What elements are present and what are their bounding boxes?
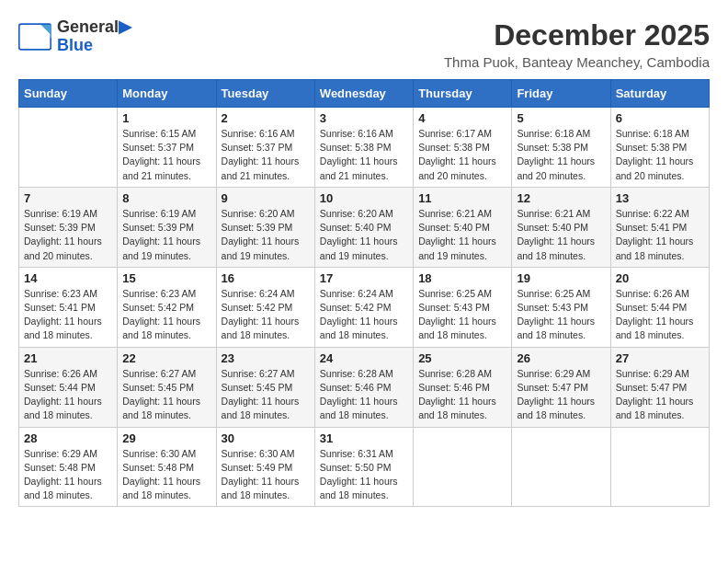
day-info: Sunrise: 6:18 AM Sunset: 5:38 PM Dayligh… xyxy=(616,127,704,183)
calendar-cell xyxy=(414,427,512,507)
day-number: 21 xyxy=(24,351,112,365)
day-info: Sunrise: 6:27 AM Sunset: 5:45 PM Dayligh… xyxy=(122,367,210,423)
day-info: Sunrise: 6:29 AM Sunset: 5:47 PM Dayligh… xyxy=(517,367,605,423)
day-info: Sunrise: 6:25 AM Sunset: 5:43 PM Dayligh… xyxy=(418,287,506,343)
day-info: Sunrise: 6:21 AM Sunset: 5:40 PM Dayligh… xyxy=(418,207,506,263)
title-section: December 2025 Thma Puok, Banteay Meanche… xyxy=(444,18,710,70)
header-thursday: Thursday xyxy=(414,80,512,108)
calendar-cell: 15Sunrise: 6:23 AM Sunset: 5:42 PM Dayli… xyxy=(118,267,216,347)
calendar-cell: 20Sunrise: 6:26 AM Sunset: 5:44 PM Dayli… xyxy=(610,267,709,347)
calendar-cell: 1Sunrise: 6:15 AM Sunset: 5:37 PM Daylig… xyxy=(118,108,216,188)
calendar-header-row: SundayMondayTuesdayWednesdayThursdayFrid… xyxy=(19,80,710,108)
day-number: 22 xyxy=(122,351,210,365)
day-info: Sunrise: 6:15 AM Sunset: 5:37 PM Dayligh… xyxy=(122,127,210,183)
calendar-week-2: 7Sunrise: 6:19 AM Sunset: 5:39 PM Daylig… xyxy=(19,187,710,267)
day-number: 23 xyxy=(222,351,310,365)
calendar-cell: 29Sunrise: 6:30 AM Sunset: 5:48 PM Dayli… xyxy=(118,427,216,507)
calendar-cell: 10Sunrise: 6:20 AM Sunset: 5:40 PM Dayli… xyxy=(314,187,413,267)
main-title: December 2025 xyxy=(444,18,710,52)
day-number: 26 xyxy=(517,351,605,365)
day-info: Sunrise: 6:26 AM Sunset: 5:44 PM Dayligh… xyxy=(616,287,704,343)
day-info: Sunrise: 6:16 AM Sunset: 5:38 PM Dayligh… xyxy=(320,127,408,183)
day-number: 28 xyxy=(24,431,112,445)
day-number: 3 xyxy=(320,111,408,125)
day-info: Sunrise: 6:29 AM Sunset: 5:48 PM Dayligh… xyxy=(24,447,112,503)
calendar-cell: 25Sunrise: 6:28 AM Sunset: 5:46 PM Dayli… xyxy=(414,347,512,427)
day-info: Sunrise: 6:28 AM Sunset: 5:46 PM Dayligh… xyxy=(320,367,408,423)
day-number: 20 xyxy=(616,271,704,285)
calendar-week-3: 14Sunrise: 6:23 AM Sunset: 5:41 PM Dayli… xyxy=(19,267,710,347)
day-info: Sunrise: 6:19 AM Sunset: 5:39 PM Dayligh… xyxy=(122,207,210,263)
calendar-cell: 26Sunrise: 6:29 AM Sunset: 5:47 PM Dayli… xyxy=(512,347,610,427)
calendar: SundayMondayTuesdayWednesdayThursdayFrid… xyxy=(18,79,710,507)
calendar-cell: 27Sunrise: 6:29 AM Sunset: 5:47 PM Dayli… xyxy=(610,347,709,427)
day-info: Sunrise: 6:30 AM Sunset: 5:49 PM Dayligh… xyxy=(222,447,310,503)
header-friday: Friday xyxy=(512,80,610,108)
subtitle: Thma Puok, Banteay Meanchey, Cambodia xyxy=(444,54,710,70)
calendar-cell: 7Sunrise: 6:19 AM Sunset: 5:39 PM Daylig… xyxy=(19,187,118,267)
day-number: 9 xyxy=(222,191,310,205)
day-info: Sunrise: 6:21 AM Sunset: 5:40 PM Dayligh… xyxy=(517,207,605,263)
day-number: 14 xyxy=(24,271,112,285)
calendar-cell: 23Sunrise: 6:27 AM Sunset: 5:45 PM Dayli… xyxy=(216,347,314,427)
calendar-cell: 28Sunrise: 6:29 AM Sunset: 5:48 PM Dayli… xyxy=(19,427,118,507)
calendar-cell: 9Sunrise: 6:20 AM Sunset: 5:39 PM Daylig… xyxy=(216,187,314,267)
day-number: 15 xyxy=(122,271,210,285)
day-number: 6 xyxy=(616,111,704,125)
calendar-cell xyxy=(19,108,118,188)
day-info: Sunrise: 6:18 AM Sunset: 5:38 PM Dayligh… xyxy=(517,127,605,183)
day-info: Sunrise: 6:20 AM Sunset: 5:40 PM Dayligh… xyxy=(320,207,408,263)
day-info: Sunrise: 6:20 AM Sunset: 5:39 PM Dayligh… xyxy=(222,207,310,263)
day-info: Sunrise: 6:22 AM Sunset: 5:41 PM Dayligh… xyxy=(616,207,704,263)
day-info: Sunrise: 6:24 AM Sunset: 5:42 PM Dayligh… xyxy=(320,287,408,343)
calendar-cell: 30Sunrise: 6:30 AM Sunset: 5:49 PM Dayli… xyxy=(216,427,314,507)
day-number: 8 xyxy=(122,191,210,205)
calendar-cell: 19Sunrise: 6:25 AM Sunset: 5:43 PM Dayli… xyxy=(512,267,610,347)
day-number: 4 xyxy=(418,111,506,125)
logo-icon xyxy=(18,23,51,51)
day-info: Sunrise: 6:26 AM Sunset: 5:44 PM Dayligh… xyxy=(24,367,112,423)
day-number: 30 xyxy=(222,431,310,445)
day-info: Sunrise: 6:19 AM Sunset: 5:39 PM Dayligh… xyxy=(24,207,112,263)
day-number: 10 xyxy=(320,191,408,205)
day-number: 27 xyxy=(616,351,704,365)
day-number: 11 xyxy=(418,191,506,205)
day-number: 16 xyxy=(222,271,310,285)
day-info: Sunrise: 6:24 AM Sunset: 5:42 PM Dayligh… xyxy=(222,287,310,343)
calendar-week-4: 21Sunrise: 6:26 AM Sunset: 5:44 PM Dayli… xyxy=(19,347,710,427)
calendar-cell: 11Sunrise: 6:21 AM Sunset: 5:40 PM Dayli… xyxy=(414,187,512,267)
day-number: 1 xyxy=(122,111,210,125)
calendar-week-5: 28Sunrise: 6:29 AM Sunset: 5:48 PM Dayli… xyxy=(19,427,710,507)
day-info: Sunrise: 6:23 AM Sunset: 5:42 PM Dayligh… xyxy=(122,287,210,343)
calendar-cell xyxy=(512,427,610,507)
day-number: 17 xyxy=(320,271,408,285)
day-number: 29 xyxy=(122,431,210,445)
day-info: Sunrise: 6:23 AM Sunset: 5:41 PM Dayligh… xyxy=(24,287,112,343)
header-tuesday: Tuesday xyxy=(216,80,314,108)
day-number: 5 xyxy=(517,111,605,125)
day-info: Sunrise: 6:16 AM Sunset: 5:37 PM Dayligh… xyxy=(222,127,310,183)
calendar-cell: 16Sunrise: 6:24 AM Sunset: 5:42 PM Dayli… xyxy=(216,267,314,347)
calendar-cell: 2Sunrise: 6:16 AM Sunset: 5:37 PM Daylig… xyxy=(216,108,314,188)
calendar-cell: 4Sunrise: 6:17 AM Sunset: 5:38 PM Daylig… xyxy=(414,108,512,188)
day-number: 19 xyxy=(517,271,605,285)
day-number: 13 xyxy=(616,191,704,205)
day-number: 12 xyxy=(517,191,605,205)
header-monday: Monday xyxy=(118,80,216,108)
calendar-cell: 12Sunrise: 6:21 AM Sunset: 5:40 PM Dayli… xyxy=(512,187,610,267)
calendar-cell: 17Sunrise: 6:24 AM Sunset: 5:42 PM Dayli… xyxy=(314,267,413,347)
day-info: Sunrise: 6:29 AM Sunset: 5:47 PM Dayligh… xyxy=(616,367,704,423)
calendar-cell: 3Sunrise: 6:16 AM Sunset: 5:38 PM Daylig… xyxy=(314,108,413,188)
day-info: Sunrise: 6:30 AM Sunset: 5:48 PM Dayligh… xyxy=(122,447,210,503)
calendar-cell: 14Sunrise: 6:23 AM Sunset: 5:41 PM Dayli… xyxy=(19,267,118,347)
day-number: 7 xyxy=(24,191,112,205)
calendar-cell xyxy=(610,427,709,507)
day-number: 31 xyxy=(320,431,408,445)
calendar-cell: 13Sunrise: 6:22 AM Sunset: 5:41 PM Dayli… xyxy=(610,187,709,267)
day-number: 2 xyxy=(222,111,310,125)
header-saturday: Saturday xyxy=(610,80,709,108)
day-number: 24 xyxy=(320,351,408,365)
header: General▶ Blue December 2025 Thma Puok, B… xyxy=(18,18,710,70)
day-number: 18 xyxy=(418,271,506,285)
header-sunday: Sunday xyxy=(19,80,118,108)
